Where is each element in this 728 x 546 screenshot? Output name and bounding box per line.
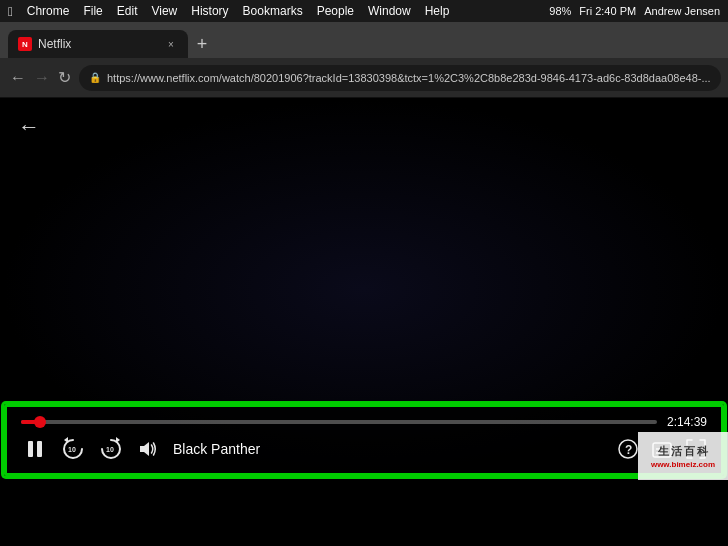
svg-rect-0 [28, 441, 33, 457]
player-title: Black Panther [173, 441, 607, 457]
player-area: ← 2:14:39 [0, 98, 728, 480]
progress-track[interactable] [21, 420, 657, 424]
url-text: https://www.netflix.com/watch/80201906?t… [107, 72, 711, 84]
skip-forward-button[interactable]: 10 [97, 435, 125, 463]
watermark-char-4: 科 [697, 444, 708, 459]
volume-button[interactable] [135, 435, 163, 463]
watermark-url: www.bimeiz.com [651, 460, 715, 469]
help-button[interactable]: ? [617, 438, 639, 460]
battery-status: 98% [549, 5, 571, 17]
url-bar[interactable]: 🔒 https://www.netflix.com/watch/80201906… [79, 65, 721, 91]
playback-row: 10 10 Black Panther [21, 435, 707, 463]
watermark-char-1: 生 [658, 444, 669, 459]
menu-bar:  Chrome File Edit View History Bookmark… [0, 0, 728, 22]
time-remaining: 2:14:39 [667, 415, 707, 429]
user-name: Andrew Jensen [644, 5, 720, 17]
tab-bar: N Netflix × + [0, 22, 728, 58]
watermark-char-2: 活 [671, 444, 682, 459]
address-bar: ← → ↻ 🔒 https://www.netflix.com/watch/80… [0, 58, 728, 98]
svg-marker-4 [140, 442, 149, 456]
progress-row: 2:14:39 [21, 415, 707, 429]
menu-view[interactable]: View [151, 4, 177, 18]
reload-button[interactable]: ↻ [58, 66, 71, 90]
menu-people[interactable]: People [317, 4, 354, 18]
controls-overlay: 2:14:39 10 [4, 404, 724, 476]
lock-icon: 🔒 [89, 72, 101, 83]
watermark-chars: 生 活 百 科 [658, 444, 708, 459]
menu-edit[interactable]: Edit [117, 4, 138, 18]
menu-bookmarks[interactable]: Bookmarks [243, 4, 303, 18]
watermark: 生 活 百 科 www.bimeiz.com [638, 432, 728, 480]
skip-back-button[interactable]: 10 [59, 435, 87, 463]
tab-close-button[interactable]: × [164, 37, 178, 51]
tab-title: Netflix [38, 37, 158, 51]
menu-bar-right: 98% Fri 2:40 PM Andrew Jensen [549, 5, 720, 17]
pause-button[interactable] [21, 435, 49, 463]
svg-text:10: 10 [106, 446, 114, 453]
clock: Fri 2:40 PM [579, 5, 636, 17]
watermark-char-3: 百 [684, 444, 695, 459]
menu-file[interactable]: File [83, 4, 102, 18]
svg-text:?: ? [625, 443, 632, 457]
tab-favicon: N [18, 37, 32, 51]
menu-chrome[interactable]: Chrome [27, 4, 70, 18]
back-button[interactable]: ← [10, 66, 26, 90]
menu-history[interactable]: History [191, 4, 228, 18]
svg-rect-1 [37, 441, 42, 457]
player-back-button[interactable]: ← [18, 114, 40, 140]
new-tab-button[interactable]: + [188, 30, 216, 58]
progress-handle[interactable] [34, 416, 46, 428]
svg-text:10: 10 [68, 446, 76, 453]
apple-menu[interactable]:  [8, 4, 13, 19]
menu-window[interactable]: Window [368, 4, 411, 18]
menu-help[interactable]: Help [425, 4, 450, 18]
forward-button[interactable]: → [34, 66, 50, 90]
active-tab[interactable]: N Netflix × [8, 30, 188, 58]
